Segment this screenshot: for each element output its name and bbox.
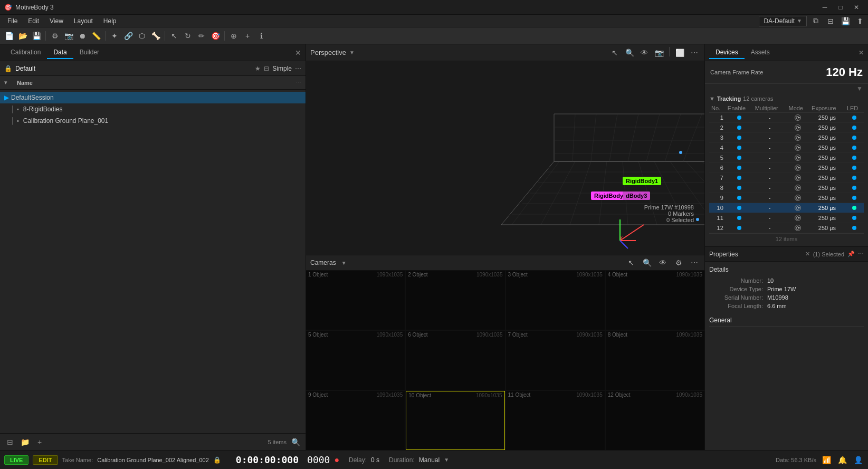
mode-circle-icon[interactable]: ⟳ (795, 205, 801, 211)
cam-mode-11[interactable]: ⟳ (786, 213, 809, 223)
cam-mode-12[interactable]: ⟳ (786, 223, 809, 233)
mode-circle-icon[interactable]: ⟳ (795, 215, 801, 221)
menu-help[interactable]: Help (98, 16, 122, 26)
camera-cell-1[interactable]: 1 Object 1090x1035 (306, 271, 405, 330)
cameras-chevron[interactable]: ▼ (341, 260, 347, 266)
toolbar-rotate[interactable]: ↻ (182, 30, 194, 42)
tree-item-rigid-bodies[interactable]: │ ▪ 8-RigidBodies (0, 103, 306, 115)
maximize-button[interactable]: □ (833, 2, 848, 13)
cam-led-8[interactable] (845, 183, 864, 193)
toolbar-marker[interactable]: ✦ (109, 30, 120, 42)
vp-select-tool[interactable]: ↖ (609, 47, 621, 59)
toolbar-export[interactable]: ⊕ (228, 30, 240, 42)
cam-mode-6[interactable]: ⟳ (786, 163, 809, 173)
tab-assets[interactable]: Assets (745, 46, 776, 59)
profile-dropdown[interactable]: DA-Default ▼ (759, 16, 807, 26)
panel-folder-btn[interactable]: 📁 (19, 436, 31, 448)
vp-more[interactable]: ⋯ (689, 47, 700, 59)
mode-circle-icon[interactable]: ⟳ (795, 114, 801, 121)
mode-circle-icon[interactable]: ⟳ (795, 175, 801, 181)
camera-cell-3[interactable]: 3 Object 1090x1035 (506, 271, 605, 330)
cam-enable-1[interactable] (726, 113, 753, 123)
mode-circle-icon[interactable]: ⟳ (795, 155, 801, 161)
camera-cell-8[interactable]: 8 Object 1090x1035 (606, 331, 704, 390)
profile-btn-4[interactable]: ⬆ (854, 15, 866, 27)
cam-eye-btn[interactable]: 👁 (657, 257, 669, 269)
list-icon[interactable]: ⊟ (264, 65, 269, 72)
properties-pin-icon[interactable]: 📌 (847, 251, 855, 257)
record-button[interactable]: ● (334, 455, 339, 465)
table-row[interactable]: 6-⟳250 μs (709, 163, 864, 173)
camera-cell-12[interactable]: 12 Object 1090x1035 (606, 391, 704, 450)
tab-calibration[interactable]: Calibration (4, 46, 47, 59)
vp-camera-tool[interactable]: 📷 (653, 47, 665, 59)
minimize-button[interactable]: ─ (817, 2, 832, 13)
mode-circle-icon[interactable]: ⟳ (795, 125, 801, 131)
tab-data[interactable]: Data (47, 46, 73, 59)
duration-chevron-icon[interactable]: ▼ (444, 457, 449, 463)
mode-circle-icon[interactable]: ⟳ (795, 185, 801, 191)
vp-eye-tool[interactable]: 👁 (638, 47, 650, 59)
cam-mode-5[interactable]: ⟳ (786, 153, 809, 163)
left-panel-close[interactable]: ✕ (295, 49, 301, 57)
mode-circle-icon[interactable]: ⟳ (795, 195, 801, 201)
status-signal-icon[interactable]: 📶 (821, 454, 832, 466)
camera-cell-10[interactable]: 10 Object 1090x1035 (406, 391, 504, 450)
tab-builder[interactable]: Builder (73, 46, 106, 59)
cam-led-7[interactable] (845, 173, 864, 183)
cam-led-3[interactable] (845, 133, 864, 143)
star-icon[interactable]: ★ (255, 65, 261, 72)
toolbar-measure[interactable]: 📏 (90, 30, 102, 42)
profile-btn-3[interactable]: 💾 (840, 15, 851, 27)
cam-mode-3[interactable]: ⟳ (786, 133, 809, 143)
tab-devices[interactable]: Devices (709, 46, 745, 59)
table-row[interactable]: 2-⟳250 μs (709, 123, 864, 133)
cam-zoom-btn[interactable]: 🔍 (641, 257, 653, 269)
table-row[interactable]: 7-⟳250 μs (709, 173, 864, 183)
toolbar-rigid[interactable]: ⬡ (136, 30, 148, 42)
cam-mode-2[interactable]: ⟳ (786, 123, 809, 133)
cam-mode-9[interactable]: ⟳ (786, 193, 809, 203)
cam-select-btn[interactable]: ↖ (625, 257, 637, 269)
camera-cell-4[interactable]: 4 Object 1090x1035 (606, 271, 704, 330)
camera-cell-9[interactable]: 9 Object 1090x1035 (306, 391, 405, 450)
cam-led-2[interactable] (845, 123, 864, 133)
cam-mode-7[interactable]: ⟳ (786, 173, 809, 183)
sort-icon[interactable]: ⋯ (295, 79, 301, 86)
toolbar-open[interactable]: 📂 (17, 30, 28, 42)
table-row[interactable]: 5-⟳250 μs (709, 153, 864, 163)
cam-enable-11[interactable] (726, 213, 753, 223)
cameras-label[interactable]: Cameras (310, 259, 336, 266)
cam-enable-3[interactable] (726, 133, 753, 143)
cam-enable-12[interactable] (726, 223, 753, 233)
properties-close[interactable]: ✕ (805, 251, 810, 257)
cam-mode-1[interactable]: ⟳ (786, 113, 809, 123)
cam-led-5[interactable] (845, 153, 864, 163)
cam-led-12[interactable] (845, 223, 864, 233)
mode-circle-icon[interactable]: ⟳ (795, 145, 801, 151)
cam-mode-10[interactable]: ⟳ (786, 203, 809, 213)
table-row[interactable]: 9-⟳250 μs (709, 193, 864, 203)
cam-led-1[interactable] (845, 113, 864, 123)
toolbar-select[interactable]: ↖ (168, 30, 180, 42)
table-row[interactable]: 4-⟳250 μs (709, 143, 864, 153)
vp-zoom-tool[interactable]: 🔍 (624, 47, 635, 59)
more-icon[interactable]: ⋯ (295, 65, 301, 72)
cam-more-btn[interactable]: ⋯ (689, 257, 700, 269)
profile-btn-2[interactable]: ⊟ (825, 15, 836, 27)
properties-more-icon[interactable]: ⋯ (858, 251, 864, 257)
toolbar-link[interactable]: 🔗 (122, 30, 134, 42)
cam-led-11[interactable] (845, 213, 864, 223)
cam-mode-8[interactable]: ⟳ (786, 183, 809, 193)
cam-enable-6[interactable] (726, 163, 753, 173)
mode-circle-icon[interactable]: ⟳ (795, 135, 801, 141)
status-bell-icon[interactable]: 🔔 (836, 454, 848, 466)
table-row[interactable]: 10-⟳250 μs (709, 203, 864, 213)
tree-item-calib-ground[interactable]: │ ▪ Calibration Ground Plane_001 (0, 115, 306, 127)
table-row[interactable]: 12-⟳250 μs (709, 223, 864, 233)
mode-circle-icon[interactable]: ⟳ (795, 165, 801, 171)
cam-enable-5[interactable] (726, 153, 753, 163)
table-row[interactable]: 8-⟳250 μs (709, 183, 864, 193)
cam-settings-btn[interactable]: ⚙ (673, 257, 684, 269)
profile-btn-1[interactable]: ⧉ (810, 15, 822, 27)
